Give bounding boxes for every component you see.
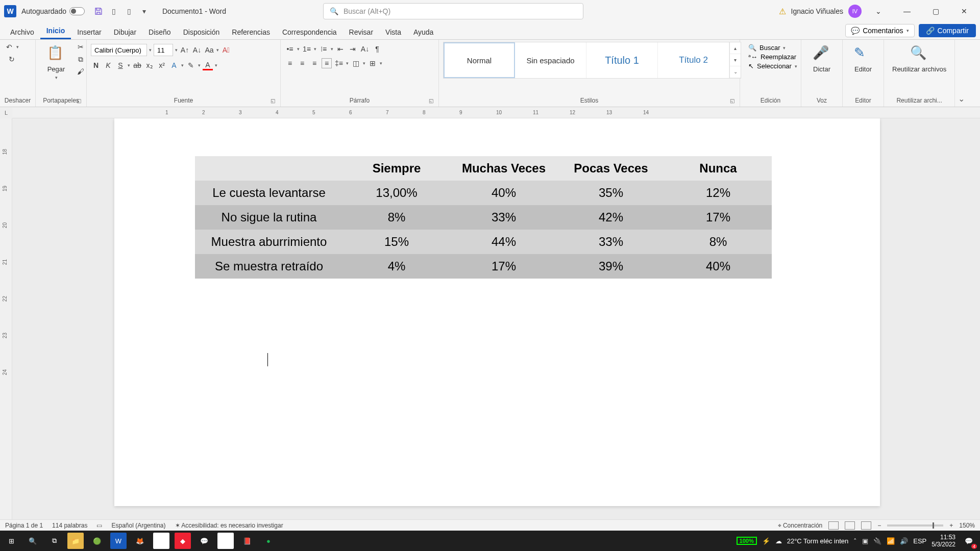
font-size-combo[interactable]: 11 (154, 44, 173, 56)
align-left-icon[interactable]: ≡ (285, 58, 295, 68)
collapse-ribbon-icon[interactable]: ⌄ (955, 40, 967, 107)
share-button[interactable]: 🔗 Compartir (919, 24, 976, 37)
font-color-icon[interactable]: A (203, 60, 213, 70)
tab-archivo[interactable]: Archivo (4, 25, 40, 39)
grow-font-icon[interactable]: A↑ (180, 45, 190, 55)
search-input[interactable]: 🔍 Buscar (Alt+Q) (323, 3, 583, 19)
highlight-icon[interactable]: ✎ (186, 60, 196, 70)
tab-revisar[interactable]: Revisar (343, 25, 379, 39)
find-button[interactable]: 🔍Buscar▾ (748, 44, 797, 52)
underline-icon[interactable]: S (115, 60, 126, 70)
numbering-icon[interactable]: 1≡ (302, 44, 312, 54)
bullets-icon[interactable]: •≡ (285, 44, 295, 54)
tab-ayuda[interactable]: Ayuda (407, 25, 439, 39)
style-normal[interactable]: Normal (444, 42, 515, 78)
close-button[interactable]: ✕ (952, 3, 976, 19)
user-name[interactable]: Ignacio Viñuales (791, 7, 843, 15)
tab-referencias[interactable]: Referencias (226, 25, 276, 39)
change-case-icon[interactable]: Aa (204, 45, 214, 55)
whatsapp-icon[interactable]: 💬 (196, 533, 212, 549)
launcher-icon[interactable]: ◱ (429, 98, 433, 104)
print-layout-icon[interactable] (845, 521, 855, 530)
warning-icon[interactable]: ⚠ (779, 7, 786, 16)
style-heading2[interactable]: Título 2 (658, 42, 729, 78)
align-center-icon[interactable]: ≡ (297, 58, 307, 68)
taskview-icon[interactable]: ⧉ (46, 533, 62, 549)
multilevel-icon[interactable]: ⁝≡ (318, 44, 329, 54)
reuse-files-button[interactable]: 🔍 Reutilizar archivos (888, 42, 950, 76)
format-painter-icon[interactable]: 🖌 (76, 66, 86, 77)
shrink-font-icon[interactable]: A↓ (192, 45, 202, 55)
borders-dd[interactable]: ▾ (380, 61, 382, 66)
search-task-icon[interactable]: 🔍 (24, 533, 41, 549)
styles-more-icon[interactable]: ⌄ (730, 66, 741, 78)
redo-icon[interactable]: ↻ (7, 54, 17, 64)
minimize-button[interactable]: — (895, 3, 919, 19)
font-name-dd[interactable]: ▾ (149, 47, 152, 53)
ime-indicator[interactable]: ESP (913, 537, 926, 545)
editor-button[interactable]: ✎ Editor (847, 42, 879, 76)
sort-icon[interactable]: A↓ (360, 44, 370, 54)
undo-icon[interactable]: ↶ (4, 42, 14, 52)
firefox-icon[interactable]: 🦊 (132, 533, 148, 549)
shading-dd[interactable]: ▾ (363, 61, 365, 66)
tab-disposicion[interactable]: Disposición (177, 25, 226, 39)
doc-task-icon[interactable] (153, 533, 169, 549)
toggle-off-icon[interactable] (69, 7, 85, 15)
borders-icon[interactable]: ⊞ (368, 58, 378, 68)
font-name-combo[interactable]: Calibri (Cuerpo) (91, 44, 147, 56)
wifi-icon[interactable]: 📶 (887, 537, 895, 545)
battery-indicator[interactable]: 100% (737, 537, 757, 545)
replace-button[interactable]: ᵃ↔Reemplazar (748, 53, 797, 61)
select-button[interactable]: ↖Seleccionar▾ (748, 62, 797, 70)
focus-button[interactable]: ⌖ Concentración (778, 522, 823, 529)
line-spacing-icon[interactable]: ‡≡ (334, 58, 344, 68)
document-area[interactable]: Siempre Muchas Veces Pocas Veces Nunca L… (12, 118, 980, 519)
underline-dd[interactable]: ▾ (128, 63, 130, 68)
comments-button[interactable]: 💬 Comentarios ▾ (845, 24, 914, 37)
italic-icon[interactable]: K (103, 60, 113, 70)
bullets-dd[interactable]: ▾ (297, 46, 300, 52)
clock[interactable]: 11:53 5/3/2022 (932, 534, 955, 548)
styles-gallery[interactable]: Normal Sin espaciado Título 1 Título 2 ▴… (443, 42, 741, 79)
status-language[interactable]: Español (Argentina) (111, 522, 165, 529)
zoom-value[interactable]: 150% (959, 522, 975, 529)
chrome-icon[interactable]: 🟢 (89, 533, 105, 549)
launcher-icon[interactable]: ◱ (271, 98, 275, 104)
clear-format-icon[interactable]: A⃠ (221, 45, 231, 55)
copy-icon[interactable]: ⧉ (76, 54, 86, 64)
tab-correspondencia[interactable]: Correspondencia (276, 25, 343, 39)
pilcrow-icon[interactable]: ¶ (372, 44, 382, 54)
word-task-icon[interactable]: W (110, 533, 127, 549)
notifications-icon[interactable]: 💬4 (961, 533, 977, 549)
justify-icon[interactable]: ≡ (322, 58, 332, 68)
fontcolor-dd[interactable]: ▾ (215, 63, 217, 68)
qat-customize-icon[interactable]: ▾ (139, 6, 150, 17)
autosave-toggle[interactable]: Autoguardado (21, 7, 85, 15)
doc2-task-icon[interactable] (217, 533, 234, 549)
font-size-dd[interactable]: ▾ (175, 47, 178, 53)
page[interactable]: Siempre Muchas Veces Pocas Veces Nunca L… (114, 118, 880, 506)
start-icon[interactable]: ⊞ (3, 533, 19, 549)
style-heading1[interactable]: Título 1 (586, 42, 658, 78)
styles-up-icon[interactable]: ▴ (730, 42, 741, 54)
tab-diseno[interactable]: Diseño (142, 25, 177, 39)
text-effects-icon[interactable]: A (169, 60, 179, 70)
align-right-icon[interactable]: ≡ (309, 58, 320, 68)
pdf-icon[interactable]: 📕 (239, 533, 255, 549)
tray-power-icon[interactable]: 🔌 (873, 537, 881, 545)
spacing-dd[interactable]: ▾ (346, 61, 349, 66)
dictate-button[interactable]: 🎤 Dictar (805, 42, 838, 76)
ruler-vertical[interactable]: 18 19 20 21 22 23 24 (0, 118, 12, 519)
tab-insertar[interactable]: Insertar (71, 25, 107, 39)
launcher-icon[interactable]: ◱ (730, 98, 734, 104)
case-dd[interactable]: ▾ (216, 47, 219, 53)
avatar[interactable]: IV (848, 5, 862, 18)
tray-chevron-icon[interactable]: ˄ (853, 537, 857, 545)
indent-icon[interactable]: ⇥ (348, 44, 358, 54)
spellcheck-icon[interactable]: ▭ (96, 522, 102, 529)
launcher-icon[interactable]: ◱ (77, 98, 81, 104)
paste-button[interactable]: 📋 Pegar ▾ (40, 42, 72, 83)
zoom-out-icon[interactable]: − (877, 522, 881, 529)
zoom-in-icon[interactable]: + (949, 522, 953, 529)
